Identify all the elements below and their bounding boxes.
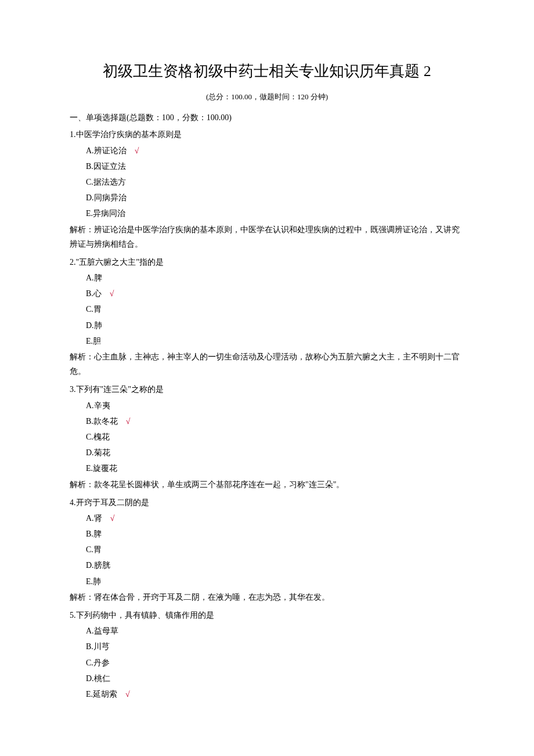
option: B.心√ [70, 286, 464, 301]
analysis-text: 解析：辨证论治是中医学治疗疾病的基本原则，中医学在认识和处理疾病的过程中，既强调… [70, 222, 464, 251]
option: D.膀胱 [70, 558, 464, 573]
analysis-text: 解析：款冬花呈长圆棒状，单生或两三个基部花序连在一起，习称"连三朵"。 [70, 477, 464, 492]
question-block: 1.中医学治疗疾病的基本原则是A.辨证论治√B.因证立法C.据法选方D.同病异治… [70, 127, 464, 251]
option-label: D.膀胱 [86, 561, 110, 570]
check-icon: √ [126, 417, 131, 426]
option-label: E.异病同治 [86, 209, 125, 218]
option: D.同病异治 [70, 190, 464, 205]
option: C.槐花 [70, 430, 464, 444]
option-label: C.据法选方 [86, 178, 126, 186]
option: C.丹参 [70, 656, 464, 670]
option-label: D.肺 [86, 321, 102, 330]
option-label: D.菊花 [86, 448, 110, 457]
option-label: B.川芎 [86, 642, 110, 651]
option-label: A.益母草 [86, 627, 118, 635]
option: C.据法选方 [70, 175, 464, 189]
option-label: D.同病异治 [86, 193, 127, 202]
question-block: 3.下列有"连三朵"之称的是A.辛夷B.款冬花√C.槐花D.菊花E.旋覆花解析：… [70, 382, 464, 491]
option: E.胆 [70, 334, 464, 348]
question-block: 2."五脏六腑之大主"指的是A.脾B.心√C.胃D.肺E.胆解析：心主血脉，主神… [70, 255, 464, 379]
page-title: 初级卫生资格初级中药士相关专业知识历年真题 2 [70, 58, 464, 85]
question-block: 4.开窍于耳及二阴的是A.肾√B.脾C.胃D.膀胱E.肺解析：肾在体合骨，开窍于… [70, 495, 464, 604]
section-heading: 一、单项选择题(总题数：100，分数：100.00) [70, 110, 464, 125]
analysis-text: 解析：心主血脉，主神志，神主宰人的一切生命活动及心理活动，故称心为五脏六腑之大主… [70, 350, 464, 379]
option-label: A.肾 [86, 514, 102, 523]
option-label: E.延胡索 [86, 690, 117, 699]
check-icon: √ [135, 146, 139, 155]
option: E.肺 [70, 574, 464, 589]
option-label: C.丹参 [86, 658, 110, 667]
option: D.肺 [70, 318, 464, 333]
option-label: C.胃 [86, 305, 102, 314]
option-label: E.胆 [86, 337, 101, 345]
option-label: E.旋覆花 [86, 464, 117, 473]
option: E.旋覆花 [70, 461, 464, 476]
option: A.脾 [70, 271, 464, 285]
option: B.款冬花√ [70, 414, 464, 429]
option: E.延胡索√ [70, 687, 464, 701]
question-block: 5.下列药物中，具有镇静、镇痛作用的是A.益母草B.川芎C.丹参D.桃仁E.延胡… [70, 608, 464, 701]
option: D.桃仁 [70, 671, 464, 686]
option: C.胃 [70, 302, 464, 316]
option: D.菊花 [70, 445, 464, 460]
question-stem: 3.下列有"连三朵"之称的是 [70, 382, 464, 397]
option-label: E.肺 [86, 577, 101, 586]
option: B.因证立法 [70, 159, 464, 174]
check-icon: √ [125, 690, 130, 699]
question-stem: 4.开窍于耳及二阴的是 [70, 495, 464, 510]
option-label: C.胃 [86, 545, 102, 554]
option: A.辨证论治√ [70, 143, 464, 158]
option-label: A.脾 [86, 273, 102, 282]
option-label: D.桃仁 [86, 674, 110, 683]
option: B.脾 [70, 527, 464, 541]
option: C.胃 [70, 542, 464, 557]
question-stem: 2."五脏六腑之大主"指的是 [70, 255, 464, 269]
option-label: A.辛夷 [86, 401, 110, 410]
option-label: C.槐花 [86, 433, 110, 441]
option: A.肾√ [70, 511, 464, 525]
exam-meta: (总分：100.00，做题时间：120 分钟) [70, 90, 464, 103]
option-label: A.辨证论治 [86, 146, 127, 155]
option-label: B.款冬花 [86, 417, 118, 426]
check-icon: √ [110, 514, 115, 523]
option-label: B.心 [86, 289, 102, 298]
option-label: B.因证立法 [86, 162, 126, 171]
option: A.辛夷 [70, 398, 464, 413]
question-stem: 1.中医学治疗疾病的基本原则是 [70, 127, 464, 142]
analysis-text: 解析：肾在体合骨，开窍于耳及二阴，在液为唾，在志为恐，其华在发。 [70, 590, 464, 604]
option: B.川芎 [70, 639, 464, 654]
option: A.益母草 [70, 624, 464, 638]
option-label: B.脾 [86, 530, 102, 538]
option: E.异病同治 [70, 206, 464, 221]
check-icon: √ [110, 289, 114, 298]
question-stem: 5.下列药物中，具有镇静、镇痛作用的是 [70, 608, 464, 622]
